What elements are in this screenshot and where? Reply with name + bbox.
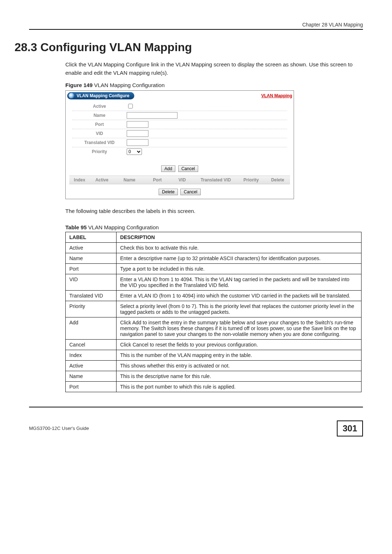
col-name: Name	[114, 177, 145, 182]
td-desc: This shows whether this entry is activat…	[117, 360, 362, 371]
vlan-mapping-configure-screenshot: VLAN Mapping Configure VLAN Mapping Acti…	[65, 90, 294, 199]
td-desc: Type a port to be included in this rule.	[117, 263, 362, 274]
table-row: IndexThis is the number of the VLAN mapp…	[66, 350, 362, 360]
table-caption: Table 95 VLAN Mapping Configuration	[65, 224, 363, 230]
name-input[interactable]	[127, 112, 177, 119]
td-desc: Enter a descriptive name (up to 32 print…	[117, 253, 362, 263]
table-caption-rest: VLAN Mapping Configuration	[87, 224, 159, 230]
td-desc: Click Add to insert the entry in the sum…	[117, 317, 362, 339]
description-table: LABEL DESCRIPTION ActiveCheck this box t…	[65, 232, 362, 392]
col-tvid: Translated VID	[195, 177, 237, 182]
td-label: Name	[66, 253, 117, 263]
table-row: ActiveThis shows whether this entry is a…	[66, 360, 362, 371]
td-label: Active	[66, 242, 117, 253]
delete-button[interactable]: Delete	[159, 189, 178, 195]
figure-caption: Figure 149 VLAN Mapping Configuration	[65, 82, 363, 88]
table-row: PrioritySelect a priority level (from 0 …	[66, 301, 362, 317]
label-active: Active	[72, 104, 127, 109]
td-label: Port	[66, 263, 117, 274]
table-caption-bold: Table 95	[65, 224, 87, 230]
td-desc: Select a priority level (from 0 to 7). T…	[117, 301, 362, 317]
priority-select[interactable]: 0	[127, 148, 142, 155]
label-name: Name	[72, 113, 127, 118]
td-label: Port	[66, 381, 117, 392]
td-label: Active	[66, 360, 117, 371]
cancel-button[interactable]: Cancel	[178, 165, 198, 172]
header-rule	[29, 29, 363, 30]
td-desc: Check this box to activate this rule.	[117, 242, 362, 253]
col-delete: Delete	[265, 177, 290, 182]
panel-title-pill: VLAN Mapping Configure	[67, 92, 134, 99]
figure-caption-bold: Figure 149	[65, 82, 93, 88]
table-row: NameThis is the descriptive name for thi…	[66, 371, 362, 381]
table-row: VIDEnter a VLAN ID from 1 to 4094. This …	[66, 274, 362, 290]
label-translated-vid: Translated VID	[72, 140, 127, 145]
col-port: Port	[145, 177, 170, 182]
td-desc: Enter a VLAN ID from 1 to 4094. This is …	[117, 274, 362, 290]
list-header-row: Index Active Name Port VID Translated VI…	[69, 176, 290, 184]
td-desc: This is the port number to which this ru…	[117, 381, 362, 392]
td-label: Index	[66, 350, 117, 360]
td-desc: Enter a VLAN ID (from 1 to 4094) into wh…	[117, 290, 362, 301]
td-label: Priority	[66, 301, 117, 317]
col-index: Index	[69, 177, 90, 182]
table-row: Translated VIDEnter a VLAN ID (from 1 to…	[66, 290, 362, 301]
cancel-button-2[interactable]: Cancel	[180, 189, 200, 195]
panel-title-dot-icon	[69, 93, 74, 99]
label-port: Port	[72, 122, 127, 127]
td-desc: This is the number of the VLAN mapping e…	[117, 350, 362, 360]
port-input[interactable]	[127, 121, 148, 128]
vid-input[interactable]	[127, 130, 148, 137]
td-label: Cancel	[66, 339, 117, 350]
page-title: 28.3 Configuring VLAN Mapping	[15, 41, 363, 54]
td-label: Translated VID	[66, 290, 117, 301]
add-button[interactable]: Add	[161, 165, 175, 172]
footer-guide-name: MGS3700-12C User's Guide	[29, 426, 89, 431]
th-description: DESCRIPTION	[117, 232, 362, 242]
table-row: PortType a port to be included in this r…	[66, 263, 362, 274]
table-row: AddClick Add to insert the entry in the …	[66, 317, 362, 339]
td-label: Name	[66, 371, 117, 381]
vlan-mapping-link[interactable]: VLAN Mapping	[261, 93, 292, 98]
panel-title-text: VLAN Mapping Configure	[77, 93, 129, 98]
col-priority: Priority	[237, 177, 265, 182]
table-row: PortThis is the port number to which thi…	[66, 381, 362, 392]
figure-caption-rest: VLAN Mapping Configuration	[93, 82, 164, 88]
translated-vid-input[interactable]	[127, 139, 148, 146]
breadcrumb: Chapter 28 VLAN Mapping	[29, 22, 363, 28]
label-vid: VID	[72, 131, 127, 136]
col-active: Active	[90, 177, 114, 182]
intro-text: Click the VLAN Mapping Configure link in…	[65, 61, 363, 77]
th-label: LABEL	[66, 232, 117, 242]
page-number: 301	[337, 420, 363, 436]
td-label: Add	[66, 317, 117, 339]
active-checkbox[interactable]	[128, 104, 133, 108]
td-label: VID	[66, 274, 117, 290]
table-row: ActiveCheck this box to activate this ru…	[66, 242, 362, 253]
col-vid: VID	[170, 177, 195, 182]
label-priority: Priority	[72, 149, 127, 154]
table-row: CancelClick Cancel to reset the fields t…	[66, 339, 362, 350]
table-intro-text: The following table describes the labels…	[65, 207, 363, 216]
td-desc: This is the descriptive name for this ru…	[117, 371, 362, 381]
td-desc: Click Cancel to reset the fields to your…	[117, 339, 362, 350]
table-row: NameEnter a descriptive name (up to 32 p…	[66, 253, 362, 263]
